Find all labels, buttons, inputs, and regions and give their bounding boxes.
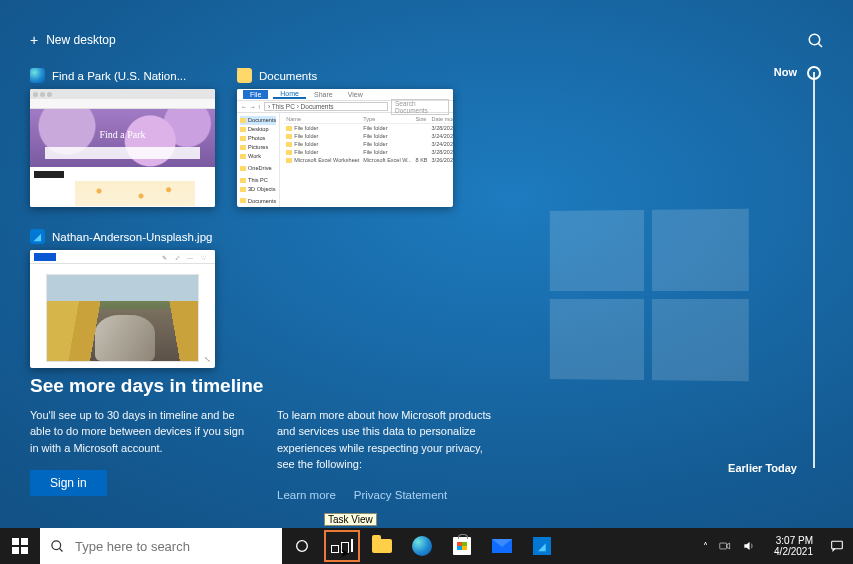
svg-rect-2 [12,538,19,545]
svg-rect-9 [720,543,727,549]
taskbar-app-explorer[interactable] [362,528,402,564]
taskbar: Task View ➤ ˄ 3:07 PM 4/2/2021 [0,528,853,564]
sidebar-item: Documents [240,197,276,206]
taskbar-app-photos[interactable] [522,528,562,564]
thumb-photos-image[interactable]: Nathan-Anderson-Unsplash.jpg -... ✎ ⤢ ⋯ … [30,229,215,368]
svg-point-0 [809,34,820,45]
plus-icon: + [30,32,38,48]
explorer-sidebar: DocumentsDesktopPhotosPicturesWorkOneDri… [237,113,280,207]
ribbon-view: View [341,91,370,98]
svg-line-1 [818,43,822,47]
svg-rect-5 [21,547,28,554]
thumb-title: Documents [259,70,317,82]
taskbar-search[interactable] [40,528,282,564]
table-row: File folderFile folder3/28/2021 1:28 PM [284,148,453,156]
taskbar-app-mail[interactable] [482,528,522,564]
taskbar-search-input[interactable] [75,539,272,554]
table-row: File folderFile folder3/24/2021 1:33 PM [284,132,453,140]
start-button[interactable] [0,528,40,564]
clock-date: 4/2/2021 [774,546,813,558]
sidebar-item: Pictures [240,143,276,152]
thumb-preview: ✎ ⤢ ⋯ ♡ ⤡ [30,250,215,368]
banner-desc-1: You'll see up to 30 days in timeline and… [30,407,255,457]
timeline-now-label: Now [774,66,797,78]
svg-point-6 [52,540,61,549]
sidebar-item: Work [240,152,276,161]
tray-overflow-icon[interactable]: ˄ [703,541,708,552]
photos-icon [30,229,45,244]
thumb-title: Nathan-Anderson-Unsplash.jpg -... [52,231,215,243]
action-center-button[interactable] [821,528,853,564]
table-row: File folderFile folder3/28/2021 1:28 PM [284,124,453,133]
clock-time: 3:07 PM [776,535,813,547]
volume-icon[interactable] [742,539,756,553]
banner-title: See more days in timeline [30,375,733,397]
cortana-button[interactable] [282,528,322,564]
taskview-tooltip: Task View [324,513,377,526]
windows-logo-bg [550,209,749,381]
taskbar-app-store[interactable] [442,528,482,564]
task-thumbnails: Find a Park (U.S. Nation... Find a Park … [30,68,453,368]
ribbon-file: File [243,90,268,99]
timeline-scrollbar[interactable]: Now Earlier Today [781,66,821,474]
breadcrumb: › This PC › Documents [264,102,388,111]
taskbar-app-edge[interactable] [402,528,442,564]
table-row: Microsoft Excel WorksheetMicrosoft Excel… [284,156,453,164]
svg-line-7 [59,548,62,551]
thumb-explorer-documents[interactable]: Documents File Home Share View ← → ↑ › T… [237,68,453,207]
sidebar-item: Desktop [240,125,276,134]
sidebar-item: OneDrive [240,164,276,173]
thumb-preview: Find a Park [30,89,215,207]
taskview-button[interactable]: Task View ➤ [322,528,362,564]
learn-more-link[interactable]: Learn more [277,487,336,504]
sidebar-item: 3D Objects [240,185,276,194]
meet-now-icon[interactable] [718,539,732,553]
edge-icon [30,68,45,83]
signin-button[interactable]: Sign in [30,470,107,496]
highlight-outline [324,530,360,562]
thumb-title: Find a Park (U.S. Nation... [52,70,186,82]
svg-point-8 [297,541,308,552]
thumb-edge-findapark[interactable]: Find a Park (U.S. Nation... Find a Park [30,68,215,207]
sidebar-item: This PC [240,176,276,185]
ribbon-share: Share [307,91,340,98]
timeline-rail [813,72,815,468]
folder-icon [237,68,252,83]
thumb-preview: File Home Share View ← → ↑ › This PC › D… [237,89,453,207]
privacy-link[interactable]: Privacy Statement [354,487,447,504]
new-desktop-button[interactable]: + New desktop [30,32,116,48]
explorer-file-list: NameTypeSizeDate modifiedFile folderFile… [284,115,453,164]
ribbon-home: Home [273,90,306,99]
system-tray[interactable]: ˄ [693,528,766,564]
timeline-search-button[interactable] [807,32,825,53]
timeline-knob[interactable] [807,66,821,80]
sidebar-item: Photos [240,134,276,143]
hero-text: Find a Park [30,129,215,140]
banner-desc-2: To learn more about how Microsoft produc… [277,407,502,473]
sidebar-item: Documents [240,116,276,125]
taskbar-clock[interactable]: 3:07 PM 4/2/2021 [766,528,821,564]
timeline-earlier-label: Earlier Today [728,462,797,474]
timeline-banner: See more days in timeline You'll see up … [30,375,733,504]
new-desktop-label: New desktop [46,33,115,47]
svg-rect-3 [21,538,28,545]
svg-rect-10 [832,541,843,548]
svg-rect-4 [12,547,19,554]
table-row: File folderFile folder3/24/2021 1:33 PM [284,140,453,148]
